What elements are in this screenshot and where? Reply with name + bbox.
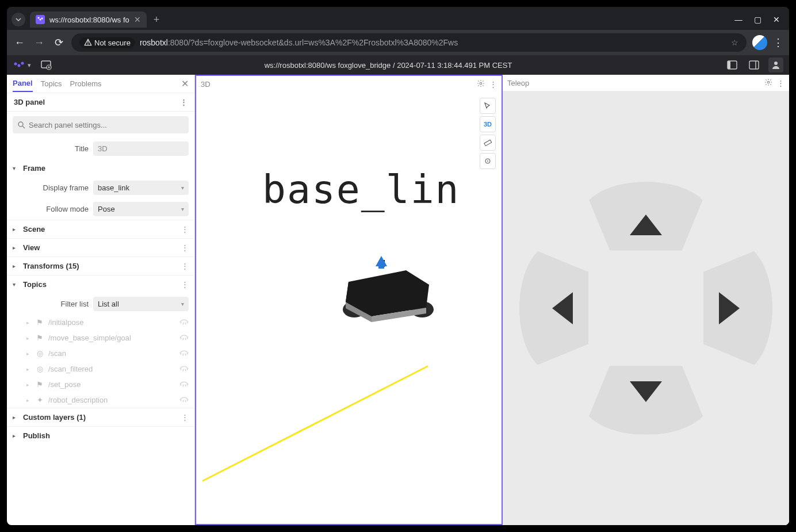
visibility-toggle[interactable]: [179, 396, 189, 404]
dpad-left-button[interactable]: [519, 244, 588, 373]
visibility-toggle[interactable]: [179, 365, 189, 373]
panel-title: 3D panel: [14, 98, 45, 106]
bookmark-button[interactable]: ☆: [731, 38, 738, 47]
back-button[interactable]: ←: [13, 37, 26, 49]
pose-arrow-icon: [376, 256, 387, 266]
profile-avatar[interactable]: [752, 35, 767, 50]
section-custom-layers[interactable]: ▸ Custom layers (1) ⋮: [7, 408, 194, 426]
topic-name: /initialpose: [48, 318, 175, 327]
section-menu-button[interactable]: ⋮: [181, 280, 189, 289]
display-frame-select[interactable]: base_link▾: [93, 181, 189, 195]
tab-panel[interactable]: Panel: [13, 75, 33, 92]
section-transforms[interactable]: ▸ Transforms (15) ⋮: [7, 257, 194, 275]
panel-settings-button[interactable]: [477, 79, 485, 89]
flag-icon: ⚑: [36, 334, 44, 342]
panel-menu-button[interactable]: ⋮: [777, 79, 784, 87]
browser-tab[interactable]: ws://rosbotxl:8080/ws fo ✕: [30, 12, 147, 28]
svg-point-18: [487, 160, 488, 162]
measure-tool-button[interactable]: [480, 135, 496, 151]
topic-name: /scan_filtered: [48, 365, 175, 373]
panel-menu-button[interactable]: ⋮: [489, 80, 497, 89]
tab-topics[interactable]: Topics: [41, 76, 62, 91]
topic-name: /set_pose: [48, 380, 175, 389]
tab-strip: ws://rosbotxl:8080/ws fo ✕ + — ▢ ✕: [7, 7, 789, 30]
visibility-toggle[interactable]: [179, 319, 189, 327]
app-menu-button[interactable]: ▾: [28, 62, 31, 69]
new-tab-button[interactable]: +: [154, 14, 160, 26]
right-sidebar-toggle[interactable]: [747, 58, 761, 72]
filter-list-select[interactable]: List all▾: [93, 297, 189, 311]
close-window-button[interactable]: ✕: [773, 15, 780, 24]
section-view[interactable]: ▸ View ⋮: [7, 238, 194, 257]
topic-row[interactable]: ▸ ◎ /scan_filtered: [7, 361, 194, 377]
app-header: ▾ ws://rosbotxl:8080/ws foxglove_bridge …: [7, 55, 789, 75]
visibility-toggle[interactable]: [179, 334, 189, 342]
sidebar-close-button[interactable]: ✕: [181, 78, 189, 89]
visibility-toggle[interactable]: [179, 350, 189, 358]
section-menu-button[interactable]: ⋮: [181, 262, 189, 270]
topic-row[interactable]: ▸ ✦ /robot_description: [7, 392, 194, 408]
svg-point-22: [767, 81, 770, 83]
3d-mode-button[interactable]: 3D: [480, 116, 496, 132]
visibility-toggle[interactable]: [179, 381, 189, 389]
laser-scan-line: [202, 365, 428, 481]
chevron-right-icon: ▸: [13, 244, 18, 251]
section-scene[interactable]: ▸ Scene ⋮: [7, 220, 194, 238]
add-panel-button[interactable]: [40, 59, 52, 72]
search-icon: [17, 121, 25, 129]
browser-menu-button[interactable]: ⋮: [773, 36, 783, 49]
svg-point-15: [480, 82, 482, 85]
panel-settings-button[interactable]: [764, 78, 772, 88]
topic-name: /robot_description: [48, 396, 175, 404]
topic-name: /scan: [48, 349, 175, 358]
maximize-button[interactable]: ▢: [754, 15, 761, 24]
section-menu-button[interactable]: ⋮: [181, 243, 189, 252]
dpad-up-button[interactable]: [581, 182, 710, 251]
settings-search[interactable]: [13, 116, 189, 133]
section-topics[interactable]: ▾ Topics ⋮: [7, 275, 194, 293]
section-menu-button[interactable]: ⋮: [181, 413, 189, 422]
recenter-button[interactable]: [480, 153, 496, 169]
topic-row[interactable]: ▸ ⚑ /initialpose: [7, 315, 194, 330]
security-badge[interactable]: Not secure: [79, 37, 135, 48]
title-input[interactable]: 3D: [93, 141, 189, 156]
dpad-right-button[interactable]: [703, 244, 772, 373]
chevron-right-icon: ▸: [26, 366, 31, 372]
app-logo-icon[interactable]: [13, 59, 25, 71]
section-frame[interactable]: ▾ Frame: [7, 159, 194, 177]
panel-menu-button[interactable]: ⋮: [180, 98, 187, 106]
svg-point-1: [40, 19, 41, 21]
chevron-right-icon: ▸: [26, 382, 31, 388]
reload-button[interactable]: ⟳: [52, 36, 66, 49]
user-avatar[interactable]: [768, 58, 783, 72]
section-publish[interactable]: ▸ Publish: [7, 426, 194, 445]
target-icon: ◎: [36, 349, 44, 358]
robot-icon: ✦: [36, 396, 44, 404]
follow-mode-label: Follow mode: [21, 205, 89, 213]
dpad-down-button[interactable]: [581, 366, 710, 435]
topic-row[interactable]: ▸ ◎ /scan: [7, 346, 194, 361]
tab-problems[interactable]: Problems: [70, 76, 102, 91]
svg-rect-10: [749, 61, 759, 69]
follow-mode-select[interactable]: Pose▾: [93, 202, 189, 216]
topic-row[interactable]: ▸ ⚑ /move_base_simple/goal: [7, 330, 194, 346]
svg-point-13: [18, 122, 23, 127]
left-sidebar-toggle[interactable]: [725, 58, 740, 72]
title-label: Title: [21, 144, 89, 153]
tab-close-button[interactable]: ✕: [134, 15, 141, 24]
3d-panel[interactable]: 3D ⋮ 3D: [195, 75, 503, 525]
topic-row[interactable]: ▸ ⚑ /set_pose: [7, 377, 194, 392]
search-input[interactable]: [29, 121, 184, 129]
settings-sidebar: Panel Topics Problems ✕ 3D panel ⋮ Title…: [7, 75, 195, 525]
arrow-left-icon: [552, 292, 573, 324]
select-tool-button[interactable]: [480, 98, 496, 114]
section-menu-button[interactable]: ⋮: [181, 225, 189, 234]
3d-viewport[interactable]: 3D base_lin: [196, 92, 502, 524]
minimize-button[interactable]: —: [734, 15, 743, 24]
tab-search-button[interactable]: [12, 13, 25, 26]
svg-line-14: [22, 126, 25, 128]
arrow-down-icon: [630, 381, 662, 402]
forward-button[interactable]: →: [32, 37, 46, 49]
svg-rect-9: [728, 61, 730, 69]
address-bar[interactable]: Not secure rosbotxl:8080/?ds=foxglove-we…: [71, 33, 747, 52]
